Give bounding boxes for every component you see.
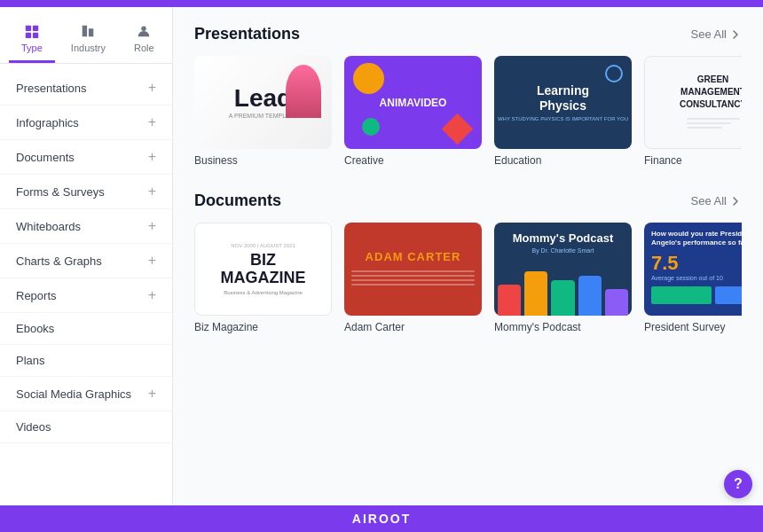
podcast-title: Mommy's Podcast xyxy=(513,231,614,245)
edu-line1: Learning xyxy=(498,83,628,98)
pod-shape-2 xyxy=(524,271,547,316)
presentations-see-all[interactable]: See All xyxy=(691,27,742,41)
thumb-education: Learning Physics WHY STUDYING PHYSICS IS… xyxy=(494,56,632,149)
sidebar-item-reports[interactable]: Reports + xyxy=(0,278,172,313)
adam-line-1 xyxy=(351,270,475,272)
adam-line-4 xyxy=(351,284,475,286)
adam-line-2 xyxy=(351,275,475,277)
svg-rect-3 xyxy=(33,33,38,38)
thumb-biz: NOV 2000 | AUGUST 2021 BIZMAGAZINE Busin… xyxy=(194,223,332,316)
plus-icon-infographics: + xyxy=(148,114,156,130)
sidebar-item-videos[interactable]: Videos xyxy=(0,411,172,443)
survey-score: 7.5 xyxy=(651,252,742,275)
sidebar-item-social-media[interactable]: Social Media Graphics + xyxy=(0,377,172,411)
adam-line-3 xyxy=(351,279,475,281)
card-podcast-label: Mommy's Podcast xyxy=(494,321,632,333)
card-podcast[interactable]: Mommy's Podcast By Dr. Charlotte Smart M… xyxy=(494,223,632,333)
presentations-title: Presentations xyxy=(194,25,300,43)
card-creative-label: Creative xyxy=(344,154,482,167)
thumb-business: Lead A PREMIUM TEMPLATE xyxy=(194,56,332,149)
documents-header: Documents See All xyxy=(194,192,742,210)
sidebar-item-infographics[interactable]: Infographics + xyxy=(0,106,172,140)
sidebar-tabs: Type Industry Role xyxy=(0,7,172,64)
main-layout: Type Industry Role Presentations + xyxy=(0,7,763,505)
adam-name: ADAM CARTER xyxy=(366,250,461,263)
biz-date: NOV 2000 | AUGUST 2021 xyxy=(231,243,295,248)
pod-shape-3 xyxy=(551,280,574,316)
card-finance[interactable]: GREEN MANAGEMENT CONSULTANCY Finance xyxy=(644,56,742,167)
documents-section: Documents See All NOV 2000 | AUGUST 2021… xyxy=(194,192,742,333)
card-survey[interactable]: How would you rate President Angelo's pe… xyxy=(644,223,742,333)
card-education[interactable]: Learning Physics WHY STUDYING PHYSICS IS… xyxy=(494,56,632,167)
content-area: Presentations See All Lead A PREMIUM TEM… xyxy=(173,7,763,505)
plus-icon-presentations: + xyxy=(148,80,156,96)
card-business[interactable]: Lead A PREMIUM TEMPLATE Business xyxy=(194,56,332,167)
survey-bar-2 xyxy=(715,286,743,304)
fin-line-1 xyxy=(687,118,740,120)
documents-cards: NOV 2000 | AUGUST 2021 BIZMAGAZINE Busin… xyxy=(194,223,742,333)
card-survey-label: President Survey xyxy=(644,321,742,333)
plus-icon-documents: + xyxy=(148,149,156,165)
survey-bar-1 xyxy=(651,286,712,304)
pod-shape-4 xyxy=(578,276,602,316)
fin-line-2 xyxy=(687,122,731,124)
thumb-podcast: Mommy's Podcast By Dr. Charlotte Smart xyxy=(494,223,632,316)
tab-industry[interactable]: Industry xyxy=(59,16,118,63)
type-icon xyxy=(24,23,40,39)
sidebar: Type Industry Role Presentations + xyxy=(0,7,173,505)
thumb-creative: ANIMAVIDEO xyxy=(344,56,482,149)
edu-line2: Physics xyxy=(498,98,628,113)
card-biz-label: Biz Magazine xyxy=(194,321,332,333)
fin-line-3 xyxy=(687,127,722,129)
sidebar-item-whiteboards[interactable]: Whiteboards + xyxy=(0,209,172,244)
person-figure xyxy=(286,65,321,118)
tab-type[interactable]: Type xyxy=(9,16,55,63)
help-button[interactable]: ? xyxy=(724,470,752,498)
sidebar-item-documents[interactable]: Documents + xyxy=(0,140,172,175)
anima-text: ANIMAVIDEO xyxy=(380,97,447,109)
card-biz-magazine[interactable]: NOV 2000 | AUGUST 2021 BIZMAGAZINE Busin… xyxy=(194,223,332,333)
thumb-adam: ADAM CARTER xyxy=(344,223,482,316)
thumb-survey: How would you rate President Angelo's pe… xyxy=(644,223,742,316)
plus-icon-reports: + xyxy=(148,287,156,303)
svg-point-4 xyxy=(142,27,146,31)
pod-shape-1 xyxy=(498,285,521,316)
tab-role[interactable]: Role xyxy=(122,16,167,63)
sidebar-item-ebooks[interactable]: Ebooks xyxy=(0,313,172,345)
creative-shape3 xyxy=(362,118,380,136)
biz-title: BIZMAGAZINE xyxy=(221,252,306,287)
sidebar-item-forms-surveys[interactable]: Forms & Surveys + xyxy=(0,175,172,209)
card-adam-label: Adam Carter xyxy=(344,321,482,333)
creative-shape2 xyxy=(442,113,473,145)
sidebar-item-charts-graphs[interactable]: Charts & Graphs + xyxy=(0,244,172,278)
presentations-header: Presentations See All xyxy=(194,25,742,43)
industry-icon xyxy=(80,23,96,39)
sidebar-item-plans[interactable]: Plans xyxy=(0,345,172,377)
sidebar-item-presentations[interactable]: Presentations + xyxy=(0,71,172,106)
biz-sub: Business & Advertising Magazine xyxy=(224,290,303,295)
svg-rect-1 xyxy=(33,26,38,31)
documents-see-all[interactable]: See All xyxy=(691,194,742,207)
card-adam-carter[interactable]: ADAM CARTER Adam Carter xyxy=(344,223,482,333)
survey-sublabel: Average session out of 10 xyxy=(651,275,742,281)
podcast-sub: By Dr. Charlotte Smart xyxy=(531,247,594,254)
chevron-right-icon-docs xyxy=(729,195,742,207)
card-business-label: Business xyxy=(194,154,332,167)
podcast-shapes xyxy=(494,267,632,316)
plus-icon-charts: + xyxy=(148,253,156,269)
role-icon xyxy=(136,23,152,39)
pod-shape-5 xyxy=(605,289,628,316)
plus-icon-whiteboards: + xyxy=(148,218,156,234)
card-creative[interactable]: ANIMAVIDEO Creative xyxy=(344,56,482,167)
sidebar-items: Presentations + Infographics + Documents… xyxy=(0,64,172,450)
card-finance-label: Finance xyxy=(644,154,742,167)
edu-sub: WHY STUDYING PHYSICS IS IMPORTANT FOR YO… xyxy=(498,116,628,121)
bottom-bar: AIROOT xyxy=(0,505,763,532)
plus-icon-social: + xyxy=(148,386,156,402)
survey-question: How would you rate President Angelo's pe… xyxy=(651,230,742,248)
airoot-logo: AIROOT xyxy=(352,512,411,526)
top-bar xyxy=(0,0,763,7)
survey-bars xyxy=(651,286,742,304)
plus-icon-forms: + xyxy=(148,184,156,200)
documents-title: Documents xyxy=(194,192,281,210)
